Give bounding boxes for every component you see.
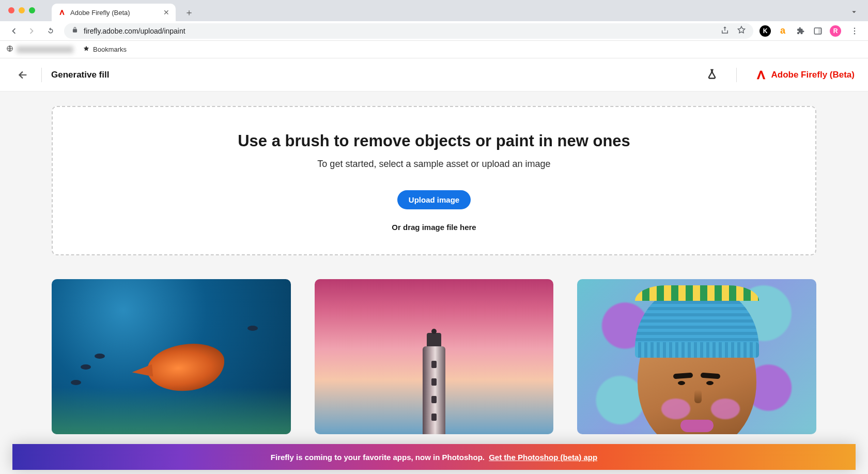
sample-gallery xyxy=(52,279,816,434)
dropzone-subheading: To get started, select a sample asset or… xyxy=(63,159,805,170)
svg-point-4 xyxy=(854,33,855,34)
window-maximize-button[interactable] xyxy=(29,7,35,13)
nav-forward-button[interactable] xyxy=(25,24,39,38)
window-close-button[interactable] xyxy=(8,7,14,13)
app-back-button[interactable] xyxy=(13,66,32,84)
extension-k-icon[interactable]: K xyxy=(760,25,771,37)
bookmark-item-bookmarks[interactable]: Bookmarks xyxy=(83,45,127,54)
dropzone-drag-hint: Or drag image file here xyxy=(63,223,805,232)
app-header: Generative fill Adobe Firefly (Beta) xyxy=(0,58,868,91)
tabs-overflow-button[interactable] xyxy=(849,7,859,19)
globe-icon xyxy=(6,45,13,54)
side-panel-icon[interactable] xyxy=(812,25,824,37)
profile-avatar[interactable]: R xyxy=(830,25,841,37)
lock-icon xyxy=(71,26,79,35)
window-minimize-button[interactable] xyxy=(19,7,25,13)
firefly-logo-icon xyxy=(755,69,767,81)
star-icon xyxy=(83,45,90,54)
page-title: Generative fill xyxy=(51,70,109,80)
share-icon[interactable] xyxy=(720,25,730,36)
upload-dropzone[interactable]: Use a brush to remove objects or paint i… xyxy=(52,106,816,255)
browser-menu-button[interactable] xyxy=(847,24,862,38)
browser-tab-strip: Adobe Firefly (Beta) ✕ ＋ xyxy=(0,0,868,21)
dropzone-heading: Use a brush to remove objects or paint i… xyxy=(63,132,805,150)
bookmark-item-1[interactable] xyxy=(6,45,73,54)
firefly-brand-text: Adobe Firefly (Beta) xyxy=(771,70,855,80)
bookmark-star-icon[interactable] xyxy=(737,25,746,36)
browser-tab-active[interactable]: Adobe Firefly (Beta) ✕ xyxy=(52,4,176,21)
divider xyxy=(41,68,42,82)
main-content: Use a brush to remove objects or paint i… xyxy=(0,91,868,434)
browser-toolbar: firefly.adobe.com/upload/inpaint K a R xyxy=(0,21,868,41)
sample-lighthouse-sunset[interactable] xyxy=(315,279,554,434)
extensions-menu-icon[interactable] xyxy=(795,25,806,37)
banner-text: Firefly is coming to your favorite apps,… xyxy=(271,453,485,462)
upload-image-button[interactable]: Upload image xyxy=(397,190,471,209)
extension-a-icon[interactable]: a xyxy=(777,25,788,37)
banner-link[interactable]: Get the Photoshop (beta) app xyxy=(489,453,597,462)
svg-point-2 xyxy=(854,27,855,28)
firefly-brand[interactable]: Adobe Firefly (Beta) xyxy=(755,69,855,81)
nav-reload-button[interactable] xyxy=(43,24,58,38)
divider xyxy=(736,68,737,82)
promo-banner: Firefly is coming to your favorite apps,… xyxy=(12,444,856,470)
avatar-letter: R xyxy=(833,27,838,35)
nav-back-button[interactable] xyxy=(6,24,21,38)
new-tab-button[interactable]: ＋ xyxy=(182,5,196,20)
bookmarks-bar: Bookmarks xyxy=(0,41,868,58)
bookmark-label: Bookmarks xyxy=(93,45,127,53)
firefly-favicon xyxy=(58,8,66,17)
tab-title: Adobe Firefly (Beta) xyxy=(70,9,130,17)
beaker-icon[interactable] xyxy=(706,68,718,82)
svg-point-3 xyxy=(854,30,855,31)
window-controls xyxy=(8,7,35,13)
bookmark-label-blurred xyxy=(17,46,73,53)
sample-stylized-portrait[interactable] xyxy=(577,279,816,434)
browser-extensions: K a R xyxy=(760,24,862,38)
svg-rect-1 xyxy=(818,28,822,34)
sample-underwater-fish[interactable] xyxy=(52,279,291,434)
address-bar[interactable]: firefly.adobe.com/upload/inpaint xyxy=(64,23,753,39)
tab-close-button[interactable]: ✕ xyxy=(163,8,169,17)
url-text: firefly.adobe.com/upload/inpaint xyxy=(84,27,185,35)
